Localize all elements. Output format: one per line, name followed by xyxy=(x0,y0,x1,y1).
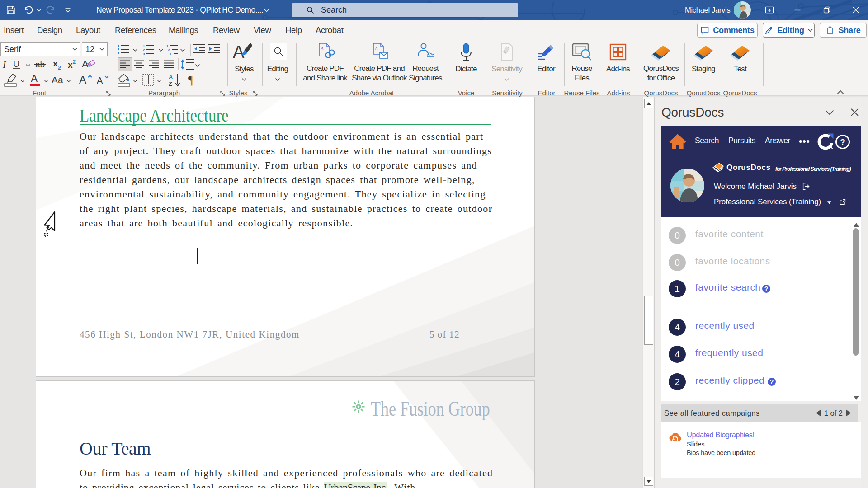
page6-body-text[interactable]: Our firm has a team of highly skilled an… xyxy=(80,466,493,488)
share-button[interactable]: Share xyxy=(820,23,867,38)
reuse-files-button-label[interactable]: Reuse Files xyxy=(571,64,592,83)
pager-prev-icon[interactable] xyxy=(816,409,821,417)
font-color-button[interactable]: A xyxy=(29,73,41,87)
tab-references[interactable]: References xyxy=(115,20,156,41)
document-page-5[interactable]: Landscape Architecture Our landscape arc… xyxy=(36,97,534,376)
recently-clipped-help-icon[interactable]: ? xyxy=(768,378,776,386)
editing-find-box[interactable] xyxy=(270,43,287,60)
bullets-button[interactable] xyxy=(118,44,129,55)
highlight-dropdown-icon[interactable] xyxy=(20,79,25,83)
recently-clipped-item[interactable]: 2 recently clipped ? xyxy=(661,373,861,390)
help-icon[interactable]: ? xyxy=(835,134,850,150)
request-signatures-label[interactable]: Request Signatures xyxy=(409,64,442,83)
multilevel-dropdown-icon[interactable] xyxy=(180,48,185,52)
styles-button-icon[interactable]: A xyxy=(233,42,254,61)
styles-button-label[interactable]: Styles xyxy=(235,64,254,74)
nav-more-icon[interactable] xyxy=(799,140,810,143)
change-case-dropdown-icon[interactable] xyxy=(66,79,71,83)
favorite-search-help-icon[interactable]: ? xyxy=(762,285,770,293)
tab-review[interactable]: Review xyxy=(213,20,240,41)
favorite-content-item[interactable]: 0 favorite content xyxy=(661,227,861,244)
test-button-icon[interactable] xyxy=(729,43,751,62)
shrink-font-button[interactable]: A xyxy=(97,74,109,86)
org-dropdown-icon[interactable] xyxy=(827,201,831,204)
reuse-files-button-icon[interactable] xyxy=(572,43,592,61)
bullets-dropdown-icon[interactable] xyxy=(133,48,138,52)
font-dialog-launcher[interactable] xyxy=(105,90,111,96)
qorus-refresh-icon[interactable] xyxy=(817,133,834,150)
nav-search[interactable]: Search xyxy=(695,136,719,145)
staging-button-icon[interactable] xyxy=(693,43,714,62)
list-scroll-down-icon[interactable] xyxy=(854,396,859,400)
account-avatar[interactable] xyxy=(734,1,751,19)
pager-next-icon[interactable] xyxy=(846,409,851,417)
subscript-button[interactable]: x 2 xyxy=(52,59,62,70)
show-formatting-button[interactable]: ¶ xyxy=(188,74,198,86)
underline-button[interactable]: U xyxy=(12,59,22,70)
create-pdf-share-link-icon[interactable]: A xyxy=(316,42,335,60)
list-scrollbar-thumb[interactable] xyxy=(853,228,859,356)
list-scroll-up-icon[interactable] xyxy=(854,223,859,227)
tab-design[interactable]: Design xyxy=(37,20,62,41)
qorusdocs-office-button-label[interactable]: QorusDocs for Office xyxy=(643,64,679,83)
featured-campaigns-bar[interactable]: See all featured campaigns 1 of 2 xyxy=(661,404,858,422)
scrollbar-down-button[interactable] xyxy=(644,477,653,486)
italic-button[interactable]: I xyxy=(1,59,8,70)
nav-pursuits[interactable]: Pursuits xyxy=(728,136,755,145)
justify-button[interactable] xyxy=(164,60,174,69)
qorusdocs-office-button-icon[interactable] xyxy=(650,43,672,62)
collapse-ribbon-icon[interactable] xyxy=(836,90,844,95)
shading-button[interactable] xyxy=(117,73,132,87)
paragraph-dialog-launcher[interactable] xyxy=(220,90,226,96)
dictate-button-icon[interactable] xyxy=(459,42,473,62)
staging-button-label[interactable]: Staging xyxy=(692,64,715,74)
save-icon[interactable] xyxy=(6,5,15,14)
favorite-search-item[interactable]: 1 favorite search ? xyxy=(661,280,861,297)
decrease-indent-button[interactable] xyxy=(193,44,205,55)
close-button[interactable] xyxy=(850,5,861,15)
tab-acrobat[interactable]: Acrobat xyxy=(316,20,344,41)
tab-layout[interactable]: Layout xyxy=(76,20,100,41)
editing-mode-button[interactable]: Editing xyxy=(763,23,815,38)
align-center-button[interactable] xyxy=(134,60,144,69)
campaign-card[interactable]: Updated Biographies! Slides Bios have be… xyxy=(661,422,861,478)
sort-button[interactable]: A Z xyxy=(169,73,182,87)
document-title[interactable]: New Proposal Template 2023 - QPilot HC D… xyxy=(96,0,263,20)
sign-out-icon[interactable] xyxy=(802,183,810,190)
create-pdf-share-link-label[interactable]: Create PDF and Share link xyxy=(303,64,347,83)
grow-font-button[interactable]: A xyxy=(79,74,93,86)
frequently-used-item[interactable]: 4 frequently used xyxy=(661,346,861,363)
test-button-label[interactable]: Test xyxy=(734,64,746,74)
pane-collapse-icon[interactable] xyxy=(825,110,834,115)
tab-insert[interactable]: Insert xyxy=(4,20,24,41)
create-pdf-outlook-icon[interactable]: A xyxy=(370,42,389,60)
org-selector[interactable]: Professional Services (Training) xyxy=(714,197,821,206)
tab-view[interactable]: View xyxy=(254,20,271,41)
recently-used-item[interactable]: 4 recently used xyxy=(661,319,861,336)
create-pdf-outlook-label[interactable]: Create PDF and Share via Outlook xyxy=(352,64,407,83)
scrollbar-up-button[interactable] xyxy=(644,99,653,108)
editor-button-label[interactable]: Editor xyxy=(537,64,555,74)
editing-button-label[interactable]: Editing xyxy=(267,64,288,74)
document-page-6[interactable]: The Fusion Group Our Team Our firm has a… xyxy=(36,381,534,488)
undo-dropdown-icon[interactable] xyxy=(37,9,41,12)
comments-button[interactable]: Comments xyxy=(697,23,758,38)
undo-icon[interactable] xyxy=(24,5,33,14)
campaign-title[interactable]: Updated Biographies! xyxy=(687,431,755,439)
home-icon[interactable] xyxy=(669,133,687,150)
page5-body-text[interactable]: Our landscape architects understand that… xyxy=(80,129,492,230)
restore-button[interactable] xyxy=(821,5,832,15)
font-name-combobox[interactable]: Serif xyxy=(0,42,80,56)
line-spacing-dropdown-icon[interactable] xyxy=(195,64,200,67)
account-name[interactable]: Michael Jarvis xyxy=(685,0,730,20)
clear-formatting-button[interactable]: A xyxy=(82,58,95,71)
superscript-button[interactable]: x 2 xyxy=(67,59,77,70)
addins-button-label[interactable]: Add-ins xyxy=(606,64,630,74)
search-input[interactable]: Search xyxy=(292,3,518,17)
numbering-dropdown-icon[interactable] xyxy=(159,48,164,52)
editor-button-icon[interactable] xyxy=(537,43,556,61)
change-case-button[interactable]: Aa xyxy=(52,74,67,86)
document-scrollbar[interactable] xyxy=(642,97,654,488)
pane-close-icon[interactable] xyxy=(851,108,859,116)
scrollbar-thumb[interactable] xyxy=(644,296,653,345)
